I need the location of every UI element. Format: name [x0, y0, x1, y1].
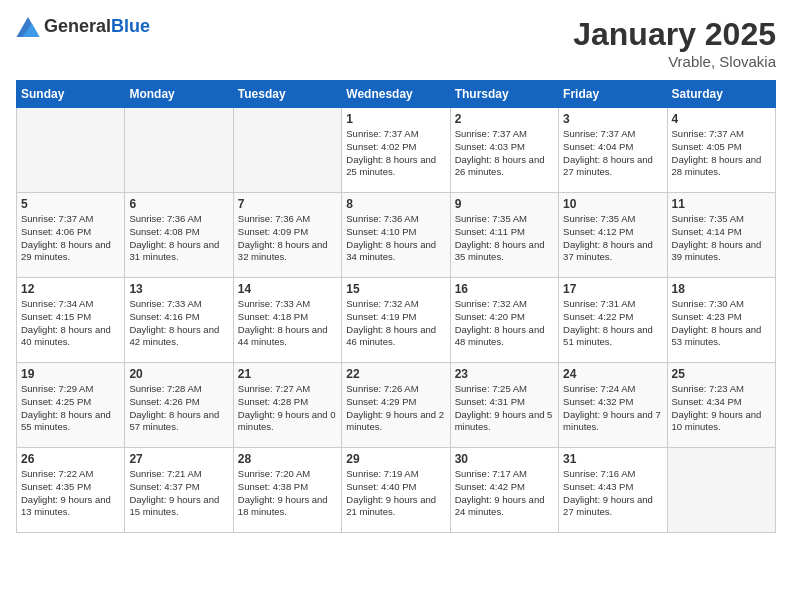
day-info: Sunrise: 7:29 AMSunset: 4:25 PMDaylight:…	[21, 383, 120, 434]
day-info: Sunrise: 7:17 AMSunset: 4:42 PMDaylight:…	[455, 468, 554, 519]
day-info: Sunrise: 7:35 AMSunset: 4:14 PMDaylight:…	[672, 213, 771, 264]
day-number: 8	[346, 197, 445, 211]
calendar-cell: 11Sunrise: 7:35 AMSunset: 4:14 PMDayligh…	[667, 193, 775, 278]
day-info: Sunrise: 7:20 AMSunset: 4:38 PMDaylight:…	[238, 468, 337, 519]
calendar-subtitle: Vrable, Slovakia	[573, 53, 776, 70]
day-number: 14	[238, 282, 337, 296]
day-number: 25	[672, 367, 771, 381]
day-number: 20	[129, 367, 228, 381]
day-number: 11	[672, 197, 771, 211]
calendar-cell: 21Sunrise: 7:27 AMSunset: 4:28 PMDayligh…	[233, 363, 341, 448]
day-info: Sunrise: 7:37 AMSunset: 4:04 PMDaylight:…	[563, 128, 662, 179]
calendar-week-1: 1Sunrise: 7:37 AMSunset: 4:02 PMDaylight…	[17, 108, 776, 193]
calendar-body: 1Sunrise: 7:37 AMSunset: 4:02 PMDaylight…	[17, 108, 776, 533]
calendar-cell: 26Sunrise: 7:22 AMSunset: 4:35 PMDayligh…	[17, 448, 125, 533]
column-header-friday: Friday	[559, 81, 667, 108]
calendar-cell: 14Sunrise: 7:33 AMSunset: 4:18 PMDayligh…	[233, 278, 341, 363]
day-info: Sunrise: 7:32 AMSunset: 4:19 PMDaylight:…	[346, 298, 445, 349]
day-info: Sunrise: 7:19 AMSunset: 4:40 PMDaylight:…	[346, 468, 445, 519]
day-number: 23	[455, 367, 554, 381]
column-header-tuesday: Tuesday	[233, 81, 341, 108]
calendar-cell: 7Sunrise: 7:36 AMSunset: 4:09 PMDaylight…	[233, 193, 341, 278]
day-info: Sunrise: 7:23 AMSunset: 4:34 PMDaylight:…	[672, 383, 771, 434]
day-number: 2	[455, 112, 554, 126]
column-header-saturday: Saturday	[667, 81, 775, 108]
calendar-cell: 12Sunrise: 7:34 AMSunset: 4:15 PMDayligh…	[17, 278, 125, 363]
day-info: Sunrise: 7:32 AMSunset: 4:20 PMDaylight:…	[455, 298, 554, 349]
day-info: Sunrise: 7:26 AMSunset: 4:29 PMDaylight:…	[346, 383, 445, 434]
calendar-cell: 19Sunrise: 7:29 AMSunset: 4:25 PMDayligh…	[17, 363, 125, 448]
calendar-cell: 25Sunrise: 7:23 AMSunset: 4:34 PMDayligh…	[667, 363, 775, 448]
calendar-cell: 18Sunrise: 7:30 AMSunset: 4:23 PMDayligh…	[667, 278, 775, 363]
day-number: 28	[238, 452, 337, 466]
calendar-cell	[17, 108, 125, 193]
day-number: 31	[563, 452, 662, 466]
day-info: Sunrise: 7:31 AMSunset: 4:22 PMDaylight:…	[563, 298, 662, 349]
day-number: 30	[455, 452, 554, 466]
logo: GeneralBlue	[16, 16, 150, 37]
calendar-cell: 24Sunrise: 7:24 AMSunset: 4:32 PMDayligh…	[559, 363, 667, 448]
day-info: Sunrise: 7:30 AMSunset: 4:23 PMDaylight:…	[672, 298, 771, 349]
calendar-cell	[233, 108, 341, 193]
day-number: 27	[129, 452, 228, 466]
calendar-cell: 17Sunrise: 7:31 AMSunset: 4:22 PMDayligh…	[559, 278, 667, 363]
day-number: 29	[346, 452, 445, 466]
title-block: January 2025 Vrable, Slovakia	[573, 16, 776, 70]
calendar-cell: 4Sunrise: 7:37 AMSunset: 4:05 PMDaylight…	[667, 108, 775, 193]
day-number: 19	[21, 367, 120, 381]
calendar-title: January 2025	[573, 16, 776, 53]
logo-icon	[16, 17, 40, 37]
day-number: 4	[672, 112, 771, 126]
column-header-sunday: Sunday	[17, 81, 125, 108]
day-number: 16	[455, 282, 554, 296]
calendar-cell: 10Sunrise: 7:35 AMSunset: 4:12 PMDayligh…	[559, 193, 667, 278]
calendar-cell: 31Sunrise: 7:16 AMSunset: 4:43 PMDayligh…	[559, 448, 667, 533]
calendar-cell: 3Sunrise: 7:37 AMSunset: 4:04 PMDaylight…	[559, 108, 667, 193]
day-info: Sunrise: 7:37 AMSunset: 4:02 PMDaylight:…	[346, 128, 445, 179]
day-number: 3	[563, 112, 662, 126]
day-number: 5	[21, 197, 120, 211]
day-info: Sunrise: 7:37 AMSunset: 4:06 PMDaylight:…	[21, 213, 120, 264]
day-info: Sunrise: 7:22 AMSunset: 4:35 PMDaylight:…	[21, 468, 120, 519]
calendar-cell	[125, 108, 233, 193]
day-info: Sunrise: 7:33 AMSunset: 4:16 PMDaylight:…	[129, 298, 228, 349]
calendar-cell: 27Sunrise: 7:21 AMSunset: 4:37 PMDayligh…	[125, 448, 233, 533]
calendar-cell: 22Sunrise: 7:26 AMSunset: 4:29 PMDayligh…	[342, 363, 450, 448]
day-info: Sunrise: 7:37 AMSunset: 4:05 PMDaylight:…	[672, 128, 771, 179]
calendar-cell: 5Sunrise: 7:37 AMSunset: 4:06 PMDaylight…	[17, 193, 125, 278]
calendar-cell: 6Sunrise: 7:36 AMSunset: 4:08 PMDaylight…	[125, 193, 233, 278]
day-number: 15	[346, 282, 445, 296]
day-number: 26	[21, 452, 120, 466]
day-info: Sunrise: 7:28 AMSunset: 4:26 PMDaylight:…	[129, 383, 228, 434]
day-info: Sunrise: 7:16 AMSunset: 4:43 PMDaylight:…	[563, 468, 662, 519]
calendar-cell: 20Sunrise: 7:28 AMSunset: 4:26 PMDayligh…	[125, 363, 233, 448]
day-info: Sunrise: 7:37 AMSunset: 4:03 PMDaylight:…	[455, 128, 554, 179]
calendar-week-3: 12Sunrise: 7:34 AMSunset: 4:15 PMDayligh…	[17, 278, 776, 363]
column-header-wednesday: Wednesday	[342, 81, 450, 108]
day-info: Sunrise: 7:36 AMSunset: 4:10 PMDaylight:…	[346, 213, 445, 264]
day-number: 12	[21, 282, 120, 296]
calendar-week-5: 26Sunrise: 7:22 AMSunset: 4:35 PMDayligh…	[17, 448, 776, 533]
column-header-thursday: Thursday	[450, 81, 558, 108]
day-info: Sunrise: 7:21 AMSunset: 4:37 PMDaylight:…	[129, 468, 228, 519]
calendar-cell: 9Sunrise: 7:35 AMSunset: 4:11 PMDaylight…	[450, 193, 558, 278]
day-number: 24	[563, 367, 662, 381]
day-number: 17	[563, 282, 662, 296]
day-number: 10	[563, 197, 662, 211]
day-info: Sunrise: 7:34 AMSunset: 4:15 PMDaylight:…	[21, 298, 120, 349]
day-number: 6	[129, 197, 228, 211]
calendar-cell: 13Sunrise: 7:33 AMSunset: 4:16 PMDayligh…	[125, 278, 233, 363]
day-info: Sunrise: 7:36 AMSunset: 4:08 PMDaylight:…	[129, 213, 228, 264]
calendar-cell: 15Sunrise: 7:32 AMSunset: 4:19 PMDayligh…	[342, 278, 450, 363]
calendar-cell: 28Sunrise: 7:20 AMSunset: 4:38 PMDayligh…	[233, 448, 341, 533]
day-number: 22	[346, 367, 445, 381]
page-header: GeneralBlue January 2025 Vrable, Slovaki…	[16, 16, 776, 70]
calendar-week-4: 19Sunrise: 7:29 AMSunset: 4:25 PMDayligh…	[17, 363, 776, 448]
day-info: Sunrise: 7:27 AMSunset: 4:28 PMDaylight:…	[238, 383, 337, 434]
calendar-week-2: 5Sunrise: 7:37 AMSunset: 4:06 PMDaylight…	[17, 193, 776, 278]
calendar-cell: 8Sunrise: 7:36 AMSunset: 4:10 PMDaylight…	[342, 193, 450, 278]
calendar-cell: 30Sunrise: 7:17 AMSunset: 4:42 PMDayligh…	[450, 448, 558, 533]
day-number: 18	[672, 282, 771, 296]
day-info: Sunrise: 7:33 AMSunset: 4:18 PMDaylight:…	[238, 298, 337, 349]
calendar-table: SundayMondayTuesdayWednesdayThursdayFrid…	[16, 80, 776, 533]
